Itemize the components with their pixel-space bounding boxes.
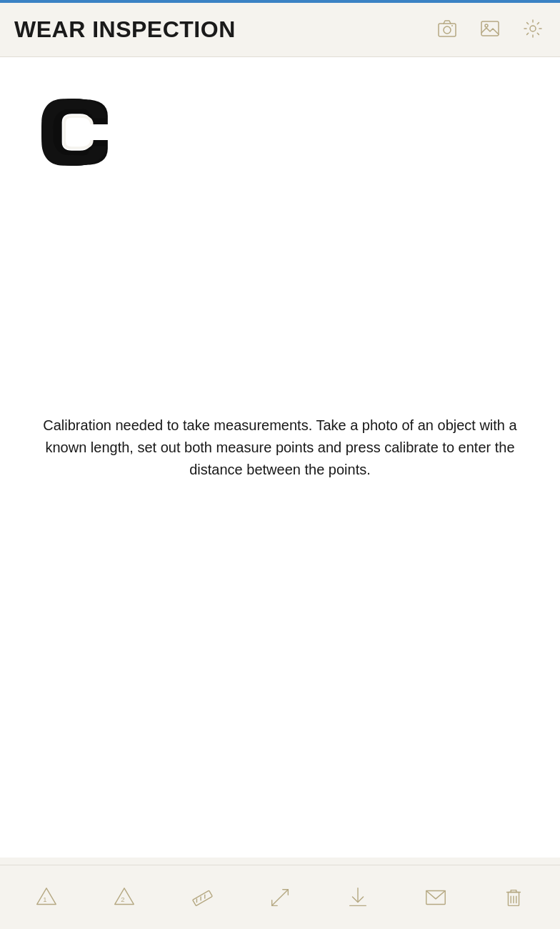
email-button[interactable] xyxy=(418,880,454,915)
svg-rect-10 xyxy=(193,890,213,905)
svg-rect-0 xyxy=(439,24,456,36)
calibrate-button[interactable] xyxy=(262,880,298,915)
svg-line-14 xyxy=(272,889,289,905)
ruler-icon xyxy=(190,885,214,910)
point-2-icon: 2 xyxy=(112,885,136,910)
gallery-button[interactable] xyxy=(477,16,503,44)
svg-point-1 xyxy=(444,26,451,34)
settings-icon xyxy=(523,19,543,39)
settings-button[interactable] xyxy=(520,16,546,44)
camera-icon xyxy=(437,19,457,39)
ruler-button[interactable] xyxy=(184,880,220,915)
point-1-button[interactable]: 1 xyxy=(29,880,64,915)
svg-point-4 xyxy=(485,24,488,27)
point-2-button[interactable]: 2 xyxy=(106,880,142,915)
logo-area xyxy=(36,93,114,174)
svg-text:2: 2 xyxy=(121,895,124,903)
bottom-toolbar: 1 2 xyxy=(0,865,560,929)
trash-icon xyxy=(501,885,526,910)
delete-button[interactable] xyxy=(496,880,531,915)
header: WEAR INSPECTION xyxy=(0,3,560,57)
page-title: WEAR INSPECTION xyxy=(14,16,236,43)
gallery-icon xyxy=(480,19,500,39)
calibrate-icon xyxy=(268,885,292,910)
calibration-message: Calibration needed to take measurements.… xyxy=(0,414,560,481)
main-content: Calibration needed to take measurements.… xyxy=(0,57,560,858)
svg-point-2 xyxy=(451,25,453,26)
svg-text:1: 1 xyxy=(43,895,46,903)
download-button[interactable] xyxy=(340,880,376,915)
download-icon xyxy=(346,885,370,910)
svg-rect-3 xyxy=(481,21,499,36)
email-icon xyxy=(424,885,448,910)
point-1-icon: 1 xyxy=(34,885,59,910)
header-icons xyxy=(434,16,546,44)
logo-clean xyxy=(36,93,114,172)
camera-button[interactable] xyxy=(434,16,460,44)
svg-point-5 xyxy=(530,26,536,31)
